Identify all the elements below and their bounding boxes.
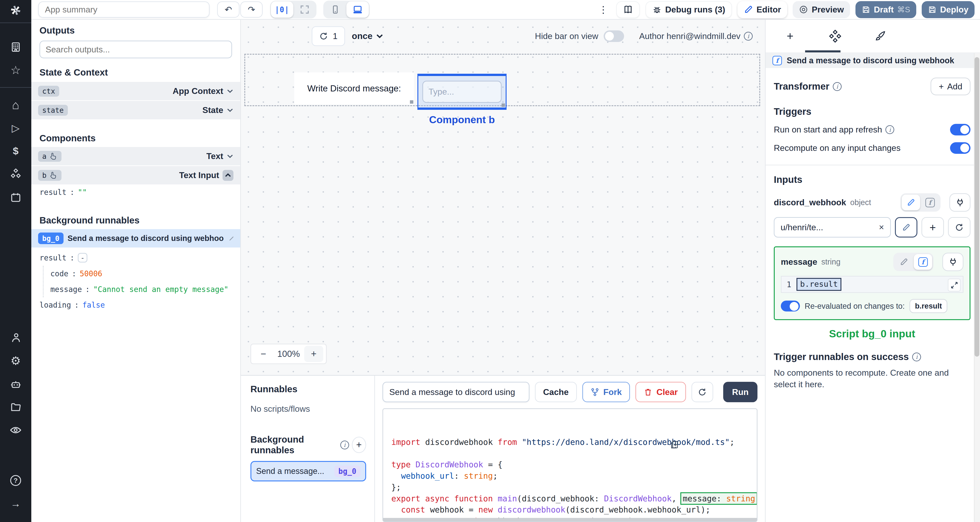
bottom-panel: Runnables No scripts/flows Background ru…	[241, 375, 765, 522]
component-b-result[interactable]: result:""	[31, 185, 240, 200]
help-icon[interactable]: ?	[0, 469, 31, 492]
resource-picker-input[interactable]: u/henri/te... ×	[774, 217, 891, 237]
draft-button[interactable]: Draft ⌘S	[856, 1, 916, 18]
home-icon[interactable]: ⌂	[0, 93, 31, 116]
chevron-down-icon	[376, 33, 383, 39]
refresh-count-button[interactable]: 1	[312, 26, 345, 46]
insert-component-tab[interactable]: +	[782, 22, 798, 50]
app-summary-input[interactable]	[38, 2, 210, 18]
background-runnables-title: Background runnables	[40, 215, 232, 226]
component-a-row[interactable]: a Text	[31, 147, 240, 166]
expand-icon	[951, 282, 958, 288]
reeval-value-badge[interactable]: b.result	[910, 299, 947, 313]
runs-play-icon[interactable]: ▷	[0, 116, 31, 140]
reeval-toggle[interactable]	[781, 301, 800, 312]
panel-scrollbar[interactable]	[974, 53, 980, 522]
preview-button[interactable]: Preview	[792, 1, 850, 18]
redo-button[interactable]: ↷	[240, 2, 263, 18]
static-mode-button[interactable]	[895, 254, 913, 270]
script-name-input[interactable]	[382, 382, 530, 402]
copy-code-icon[interactable]	[670, 417, 747, 472]
expression-value[interactable]: b.result	[797, 278, 842, 291]
hide-bar-toggle[interactable]	[604, 30, 624, 42]
connect-plug-button[interactable]	[950, 193, 970, 212]
state-row[interactable]: state State	[31, 101, 240, 119]
workers-robot-icon[interactable]	[0, 372, 31, 395]
desktop-view-button[interactable]	[347, 2, 369, 18]
schedules-calendar-icon[interactable]	[0, 186, 31, 209]
undo-button[interactable]: ↶	[217, 2, 240, 18]
fullscreen-button[interactable]	[293, 2, 316, 18]
debug-runs-button[interactable]: Debug runs (3)	[645, 1, 732, 18]
canvas-row-container[interactable]: Write Discord message: Component b	[244, 54, 760, 106]
collapse-button[interactable]	[223, 170, 234, 181]
collapse-toggle[interactable]: -	[78, 253, 88, 263]
folders-icon[interactable]	[0, 395, 31, 419]
mobile-view-button[interactable]	[324, 2, 347, 18]
add-transformer-button[interactable]: +Add	[931, 78, 970, 95]
code-editor[interactable]: import discordwebhook from "https://deno…	[382, 408, 757, 522]
ctx-badge: ctx	[38, 86, 59, 97]
resize-handle[interactable]	[410, 100, 413, 103]
refresh-resource-button[interactable]	[948, 217, 970, 237]
run-button[interactable]: Run	[723, 382, 757, 402]
editor-tab-button[interactable]: Editor	[738, 1, 787, 18]
eval-mode-button[interactable]: f	[921, 195, 939, 210]
selected-runnable-header[interactable]: f Send a message to discord using webhoo…	[765, 53, 980, 68]
favorites-star-icon[interactable]: ☆	[0, 59, 31, 82]
app-canvas[interactable]: 1 once Hide bar on view Author henri@win…	[241, 20, 765, 375]
ctx-row[interactable]: ctx App Context	[31, 82, 240, 100]
workspace-building-icon[interactable]	[0, 35, 31, 59]
text-input-component[interactable]	[422, 81, 501, 103]
settings-gear-icon[interactable]: ⚙	[0, 349, 31, 372]
deploy-button[interactable]: Deploy	[922, 1, 975, 18]
add-background-runnable-button[interactable]: +	[352, 437, 366, 453]
variables-dollar-icon[interactable]: $	[0, 140, 31, 163]
docs-button[interactable]	[616, 1, 640, 18]
bg0-output-row[interactable]: bg_0 Send a message to discord using web…	[31, 229, 240, 248]
info-icon: i	[744, 32, 753, 41]
audit-eye-icon[interactable]	[0, 419, 31, 442]
bg0-message-row[interactable]: message:"Cannot send an empty message"	[48, 282, 240, 297]
create-resource-button[interactable]: +	[921, 217, 944, 237]
recompute-toggle[interactable]	[950, 142, 970, 154]
selected-component-b[interactable]	[417, 74, 507, 110]
component-settings-tab[interactable]	[827, 22, 843, 50]
search-outputs-input[interactable]	[40, 41, 232, 58]
eval-mode-button[interactable]: f	[914, 254, 932, 270]
component-a-text: Write Discord message:	[307, 83, 401, 94]
collapse-arrow-icon[interactable]: →	[0, 492, 31, 515]
message-expression-editor[interactable]: 1 b.result	[781, 276, 963, 293]
bg0-loading-row[interactable]: loading:false	[31, 297, 240, 313]
scrollbar-thumb[interactable]	[975, 57, 979, 356]
styling-brush-tab[interactable]	[872, 22, 888, 50]
desktop-icon	[353, 5, 363, 15]
static-mode-button[interactable]	[902, 195, 920, 210]
windmill-logo-icon[interactable]	[0, 0, 31, 20]
cache-button[interactable]: Cache	[535, 382, 577, 402]
fork-button[interactable]: Fork	[582, 382, 630, 402]
run-on-start-toggle[interactable]	[950, 124, 970, 135]
resources-cubes-icon[interactable]	[0, 163, 31, 186]
user-icon[interactable]	[0, 326, 31, 349]
zoom-in-button[interactable]: +	[304, 346, 323, 362]
component-b-row[interactable]: b Text Input	[31, 166, 240, 185]
clear-resource-icon[interactable]: ×	[879, 222, 884, 232]
refresh-script-button[interactable]	[692, 382, 713, 402]
chevron-down-icon	[227, 89, 234, 94]
center-align-button[interactable]: |0|	[271, 2, 293, 18]
zoom-out-button[interactable]: −	[254, 346, 273, 362]
text-component-a[interactable]: Write Discord message:	[294, 72, 414, 104]
hand-pointer-icon	[49, 152, 57, 161]
connect-plug-button[interactable]	[942, 253, 963, 271]
expand-editor-button[interactable]	[948, 279, 961, 291]
bg0-code-row[interactable]: code:50006	[48, 266, 240, 282]
horizontal-scrollbar[interactable]	[383, 518, 757, 521]
resize-handle[interactable]	[501, 103, 505, 107]
clear-button[interactable]: Clear	[635, 382, 686, 402]
bg0-result-row[interactable]: result: -	[31, 250, 240, 266]
frequency-dropdown[interactable]: once	[352, 31, 383, 41]
more-options-kebab-icon[interactable]: ⋮	[596, 4, 611, 15]
edit-resource-button[interactable]	[895, 217, 917, 237]
bg0-runnable-item[interactable]: Send a message... bg_0	[250, 461, 366, 481]
